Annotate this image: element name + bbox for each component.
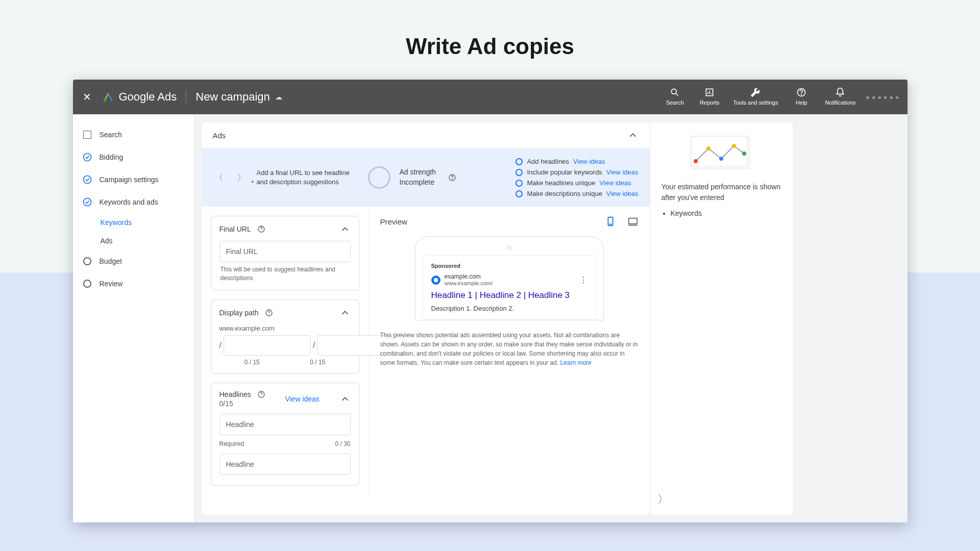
- display-path-card: Display path www.example.com // 0 / 150 …: [211, 299, 359, 373]
- header-reports-button[interactable]: Reports: [698, 87, 721, 106]
- svg-line-2: [676, 94, 678, 96]
- preview-title: Preview: [380, 217, 407, 226]
- display-path-help-icon[interactable]: [265, 309, 273, 317]
- svg-point-13: [452, 179, 453, 180]
- device-mobile-icon[interactable]: [605, 216, 616, 227]
- sidebar-item-search[interactable]: Search: [73, 123, 194, 146]
- headline-char-count: 0 / 30: [335, 440, 350, 447]
- performance-rail: Your estimated performance is shown afte…: [650, 122, 793, 514]
- brand-label: Google Ads: [119, 90, 177, 104]
- preview-site-name: example.com: [445, 273, 493, 280]
- final-url-help-icon[interactable]: [257, 225, 265, 233]
- prev-ad-icon[interactable]: 〈: [213, 170, 225, 185]
- headlines-card: Headlines0/15 View ideas Required0 / 30: [211, 383, 359, 486]
- ad-preview: Sponsored example.comwww.example.com/ ⋮ …: [423, 255, 596, 320]
- app-header: ✕ Google Ads New campaign ☁ Search Repor…: [73, 80, 908, 114]
- final-url-input[interactable]: [219, 241, 351, 262]
- svg-point-27: [732, 144, 736, 148]
- ads-section-title: Ads: [213, 131, 226, 140]
- device-desktop-icon[interactable]: [627, 216, 639, 227]
- account-badge: ● ● ● ● ● ●: [866, 93, 899, 101]
- headlines-help-icon[interactable]: [257, 390, 265, 398]
- final-url-helper: This will be used to suggest headlines a…: [219, 265, 351, 283]
- phone-camera-icon: [507, 246, 511, 250]
- preview-headline: Headline 1 | Headline 2 | Headline 3: [431, 290, 587, 300]
- path-counter-2: 0 / 15: [310, 359, 325, 366]
- google-ads-window: ✕ Google Ads New campaign ☁ Search Repor…: [73, 80, 908, 522]
- sidebar-sub-ads[interactable]: Ads: [101, 232, 194, 250]
- performance-text: Your estimated performance is shown afte…: [662, 182, 781, 203]
- svg-point-26: [719, 157, 723, 161]
- view-ideas-link[interactable]: View ideas: [599, 179, 631, 187]
- rail-expand-icon[interactable]: 〉: [657, 492, 669, 507]
- header-actions: Search Reports Tools and settings Help N…: [664, 87, 855, 106]
- display-path-input-1[interactable]: [224, 335, 311, 356]
- collapse-display-path-icon[interactable]: [339, 307, 351, 318]
- preview-description: Description 1. Description 2.: [431, 305, 587, 312]
- url-hint-text: •Add a final URL to see headline and des…: [257, 168, 359, 187]
- preview-site-url: www.example.com/: [445, 280, 493, 287]
- preview-disclaimer: This preview shows potential ads assembl…: [380, 331, 639, 367]
- header-help-button[interactable]: Help: [790, 87, 813, 106]
- svg-rect-19: [628, 218, 637, 224]
- headline-input-1[interactable]: [219, 414, 351, 435]
- performance-bullet: Keywords: [671, 209, 781, 217]
- svg-point-25: [706, 146, 710, 151]
- ad-strength-label: Ad strengthIncomplete: [400, 167, 436, 187]
- svg-rect-23: [691, 136, 747, 167]
- sidebar-item-review[interactable]: Review: [73, 272, 194, 295]
- header-notifications-button[interactable]: Notifications: [825, 87, 855, 106]
- sidebar: Search Bidding Campaign settings Keyword…: [73, 114, 194, 522]
- collapse-ads-icon[interactable]: [627, 130, 639, 141]
- collapse-headlines-icon[interactable]: [339, 393, 351, 405]
- view-ideas-link[interactable]: View ideas: [573, 158, 605, 165]
- headline-required: Required: [219, 440, 244, 447]
- svg-point-1: [672, 89, 677, 94]
- suggestion-popular-keywords: Include popular keywordsView ideas: [516, 168, 638, 176]
- ads-card: Ads 〈 〉 •Add a final URL to see headline…: [202, 122, 650, 514]
- sidebar-sub-keywords[interactable]: Keywords: [101, 213, 194, 232]
- headline-input-2[interactable]: [219, 454, 351, 475]
- phone-preview-frame: Sponsored example.comwww.example.com/ ⋮ …: [415, 236, 604, 320]
- view-ideas-link[interactable]: View ideas: [606, 168, 639, 176]
- performance-chart-icon: [688, 136, 754, 171]
- svg-point-11: [83, 198, 91, 206]
- ad-strength-ring-icon: [368, 166, 390, 189]
- main-content: Ads 〈 〉 •Add a final URL to see headline…: [194, 114, 908, 522]
- svg-point-0: [103, 99, 106, 102]
- learn-more-link[interactable]: Learn more: [560, 359, 591, 366]
- header-search-button[interactable]: Search: [664, 87, 686, 106]
- sponsored-label: Sponsored: [431, 263, 587, 269]
- headlines-view-ideas-link[interactable]: View ideas: [285, 394, 319, 404]
- suggestion-add-headlines: Add headlinesView ideas: [516, 158, 638, 165]
- page-heading: Write Ad copies: [0, 0, 980, 80]
- path-counter-1: 0 / 15: [244, 359, 260, 366]
- svg-point-28: [742, 152, 746, 156]
- sidebar-item-bidding[interactable]: Bidding: [73, 146, 194, 168]
- collapse-final-url-icon[interactable]: [339, 223, 351, 235]
- display-path-prefix: www.example.com: [219, 324, 351, 332]
- close-icon[interactable]: ✕: [81, 91, 93, 103]
- strength-help-icon[interactable]: [448, 173, 456, 182]
- svg-point-9: [83, 154, 91, 161]
- sidebar-item-campaign-settings[interactable]: Campaign settings: [73, 168, 194, 191]
- svg-point-8: [801, 94, 802, 95]
- sidebar-item-keywords-ads[interactable]: Keywords and ads: [73, 191, 194, 213]
- campaign-name: New campaign: [195, 90, 270, 104]
- divider: [186, 90, 186, 104]
- sidebar-item-budget[interactable]: Budget: [73, 250, 194, 272]
- suggestion-unique-descriptions: Make descriptions uniqueView ideas: [516, 190, 638, 197]
- google-ads-logo-icon: [103, 91, 114, 103]
- preview-menu-icon[interactable]: ⋮: [579, 275, 587, 285]
- cloud-sync-icon: ☁: [275, 93, 282, 101]
- favicon-icon: [431, 276, 440, 285]
- header-tools-button[interactable]: Tools and settings: [733, 87, 778, 106]
- svg-point-10: [83, 176, 91, 184]
- suggestion-unique-headlines: Make headlines uniqueView ideas: [516, 179, 638, 187]
- next-ad-icon[interactable]: 〉: [235, 170, 248, 185]
- ad-strength-bar: 〈 〉 •Add a final URL to see headline and…: [202, 148, 650, 207]
- view-ideas-link[interactable]: View ideas: [606, 190, 639, 197]
- svg-point-24: [694, 159, 698, 163]
- final-url-card: Final URL This will be used to suggest h…: [211, 216, 359, 290]
